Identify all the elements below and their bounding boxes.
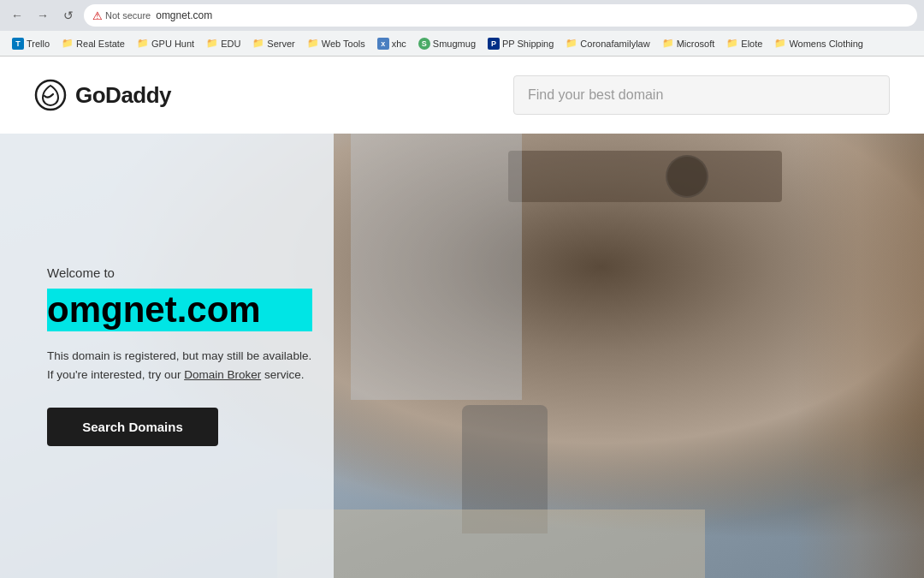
- paypal-icon: P: [488, 38, 500, 50]
- url-display: omgnet.com: [156, 9, 212, 21]
- bookmark-womens-clothing[interactable]: 📁 Womens Clothing: [769, 36, 868, 51]
- person-hair: [821, 134, 924, 400]
- folder-icon: 📁: [62, 38, 74, 50]
- bookmark-gpu-hunt[interactable]: 📁 GPU Hunt: [132, 36, 199, 51]
- bookmark-label: Smugmug: [433, 39, 476, 49]
- bookmark-pp-shipping[interactable]: P PP Shipping: [483, 36, 559, 51]
- clock-decoration: [666, 155, 708, 198]
- bookmark-label: Womens Clothing: [789, 39, 863, 49]
- xhc-icon: x: [377, 38, 389, 50]
- logo-text: GoDaddy: [75, 82, 171, 109]
- not-secure-label: Not secure: [105, 10, 151, 21]
- bookmark-label: Elote: [741, 39, 762, 49]
- bookmark-label: Trello: [27, 39, 50, 49]
- godaddy-logo: GoDaddy: [34, 79, 171, 111]
- bookmark-label: Coronafamilylaw: [580, 39, 649, 49]
- folder-icon: 📁: [307, 38, 319, 50]
- bookmark-label: xhc: [392, 39, 406, 49]
- folder-icon: 📁: [774, 38, 786, 50]
- search-placeholder: Find your best domain: [528, 87, 663, 103]
- godaddy-logo-icon: [34, 79, 67, 111]
- page-content: GoDaddy Find your best domain: [0, 57, 924, 578]
- bookmark-coronafamilylaw[interactable]: 📁 Coronafamilylaw: [560, 36, 654, 51]
- bookmark-label: Microsoft: [677, 39, 715, 49]
- bookmark-label: GPU Hunt: [151, 39, 194, 49]
- hero-section: Welcome to omgnet.com This domain is reg…: [0, 134, 924, 578]
- trello-icon: T: [12, 38, 24, 50]
- warning-icon: ⚠: [92, 9, 103, 22]
- bookmark-label: EDU: [221, 39, 240, 49]
- bookmark-xhc[interactable]: x xhc: [372, 36, 412, 51]
- domain-broker-link[interactable]: Domain Broker: [184, 368, 261, 381]
- bookmark-web-tools[interactable]: 📁 Web Tools: [302, 36, 370, 51]
- bookmark-edu[interactable]: 📁 EDU: [201, 36, 246, 51]
- domain-name: omgnet.com: [47, 289, 312, 331]
- refresh-button[interactable]: ↺: [58, 5, 79, 26]
- bookmark-label: Server: [267, 39, 294, 49]
- bookmark-label: PP Shipping: [502, 39, 554, 49]
- folder-icon: 📁: [726, 38, 738, 50]
- folder-icon: 📁: [566, 38, 578, 50]
- window-light: [351, 134, 522, 400]
- description-line2: If you're interested, try our: [47, 368, 184, 381]
- back-button[interactable]: ←: [7, 5, 27, 26]
- godaddy-header: GoDaddy Find your best domain: [0, 57, 924, 134]
- domain-search-bar[interactable]: Find your best domain: [513, 75, 890, 115]
- nav-bar: ← → ↺ ⚠ Not secure omgnet.com: [0, 0, 924, 31]
- forward-button[interactable]: →: [33, 5, 53, 26]
- bookmark-label: Web Tools: [322, 39, 365, 49]
- welcome-text: Welcome to: [47, 265, 312, 280]
- smugmug-icon: S: [418, 38, 430, 50]
- description-line1: This domain is registered, but may still…: [47, 349, 311, 362]
- shelf-decoration: [508, 151, 782, 202]
- search-domains-button[interactable]: Search Domains: [47, 408, 218, 446]
- description-line3: service.: [261, 368, 304, 381]
- browser-chrome: ← → ↺ ⚠ Not secure omgnet.com T Trello 📁…: [0, 0, 924, 57]
- folder-icon: 📁: [206, 38, 218, 50]
- folder-icon: 📁: [252, 38, 264, 50]
- description-text: This domain is registered, but may still…: [47, 347, 312, 384]
- bookmark-server[interactable]: 📁 Server: [247, 36, 299, 51]
- address-bar[interactable]: ⚠ Not secure omgnet.com: [84, 4, 917, 27]
- folder-icon: 📁: [137, 38, 149, 50]
- folder-icon: 📁: [662, 38, 674, 50]
- bookmark-elote[interactable]: 📁 Elote: [721, 36, 767, 51]
- not-secure-indicator: ⚠ Not secure: [92, 9, 151, 22]
- bookmarks-bar: T Trello 📁 Real Estate 📁 GPU Hunt 📁 EDU …: [0, 31, 924, 57]
- hero-content: Welcome to omgnet.com This domain is reg…: [0, 134, 359, 578]
- bookmark-microsoft[interactable]: 📁 Microsoft: [657, 36, 720, 51]
- bookmark-trello[interactable]: T Trello: [7, 36, 55, 51]
- bookmark-real-estate[interactable]: 📁 Real Estate: [56, 36, 130, 51]
- bookmark-label: Real Estate: [76, 39, 125, 49]
- bookmark-smugmug[interactable]: S Smugmug: [413, 36, 481, 51]
